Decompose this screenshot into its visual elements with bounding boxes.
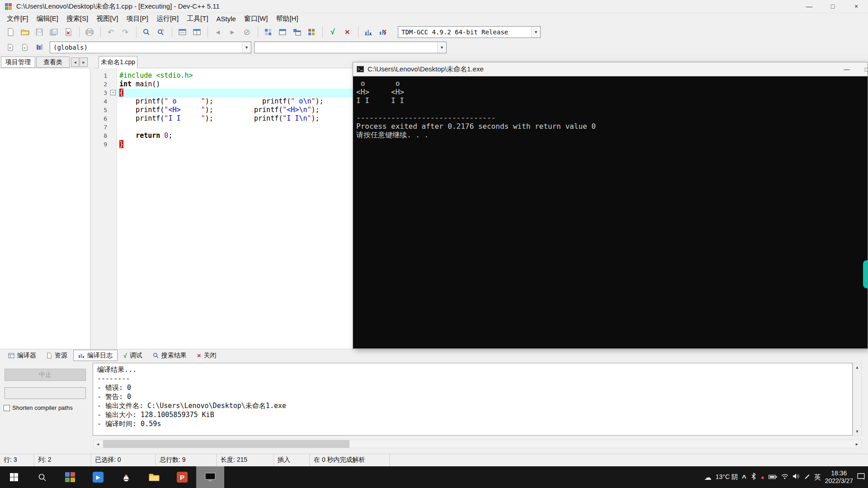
scrollbar-thumb[interactable] xyxy=(103,440,349,448)
taskbar-powerpoint-button[interactable]: P xyxy=(168,466,196,488)
console-title-bar[interactable]: C:\Users\Lenovo\Desktop\未命名1.exe — □ xyxy=(353,62,868,76)
abort-button[interactable]: 中止 xyxy=(5,369,86,381)
battery-icon[interactable] xyxy=(769,473,777,481)
undo-button[interactable]: ↶ xyxy=(104,26,118,38)
title-bar[interactable]: C:\Users\Lenovo\Desktop\未命名1.cpp - [Exec… xyxy=(0,0,868,13)
pen-icon[interactable] xyxy=(804,473,810,481)
print-button[interactable] xyxy=(83,26,96,38)
weather-cloud-icon[interactable]: ☁ xyxy=(704,473,712,482)
menu-item[interactable]: 帮助[H] xyxy=(272,14,302,24)
line-number[interactable]: 8 xyxy=(93,131,109,140)
find-button[interactable] xyxy=(140,26,153,38)
rebuild-all-button[interactable] xyxy=(305,26,318,38)
goto-back-button[interactable]: ◄ xyxy=(211,26,225,38)
start-button[interactable] xyxy=(0,466,28,488)
log-horizontal-scrollbar[interactable]: ◄ ► xyxy=(93,440,862,448)
close-file-button[interactable] xyxy=(61,26,75,38)
tab-project-manager[interactable]: 项目管理 xyxy=(1,56,35,68)
line-number[interactable]: 7 xyxy=(93,123,109,131)
menu-item[interactable]: 运行[R] xyxy=(152,14,183,24)
console-window[interactable]: C:\Users\Lenovo\Desktop\未命名1.exe — □ o o… xyxy=(353,62,868,349)
tray-expand-icon[interactable]: ^ xyxy=(742,474,746,483)
line-number[interactable]: 4 xyxy=(93,97,109,106)
line-number[interactable]: 9 xyxy=(93,140,109,149)
taskbar-console-button[interactable] xyxy=(196,466,224,488)
shorten-paths-checkbox[interactable] xyxy=(4,405,10,411)
taskbar-qq-button[interactable] xyxy=(112,466,140,488)
profile-button[interactable] xyxy=(362,26,375,38)
line-number[interactable]: 5 xyxy=(93,106,109,114)
compiler-select[interactable]: TDM-GCC 4.9.2 64-bit Release ▼ xyxy=(398,26,541,38)
syntax-check-button[interactable]: √ xyxy=(326,26,340,38)
weather-text[interactable]: 13°C 阴 xyxy=(716,473,738,481)
scroll-left-icon[interactable]: ◄ xyxy=(94,440,102,448)
recording-indicator-icon[interactable]: ● xyxy=(761,474,764,481)
line-number[interactable]: 3 xyxy=(93,89,109,97)
delete-profile-button[interactable] xyxy=(376,26,390,38)
scroll-up-icon[interactable]: ▲ xyxy=(853,363,861,371)
tab-class-view[interactable]: 查看类 xyxy=(36,56,70,68)
compile-run-button[interactable] xyxy=(290,26,304,38)
taskbar-explorer-button[interactable] xyxy=(140,466,168,488)
network-icon[interactable] xyxy=(781,473,788,481)
console-output[interactable]: o o<H> <H>I I I I-----------------------… xyxy=(353,76,868,348)
tab-debug[interactable]: √ 调试 xyxy=(119,350,147,361)
members-select[interactable]: ▼ xyxy=(254,42,447,53)
compile-log-output[interactable]: 编译结果...--------- 错误: 0- 警告: 0- 输出文件名: C:… xyxy=(93,363,853,436)
screen-edge-widget[interactable] xyxy=(863,260,868,288)
run-button[interactable] xyxy=(276,26,289,38)
bluetooth-icon[interactable] xyxy=(750,473,757,482)
tab-compiler[interactable]: 编译器 xyxy=(4,350,41,361)
open-file-button[interactable] xyxy=(18,26,32,38)
project-options-button[interactable] xyxy=(175,26,189,38)
maximize-button[interactable]: □ xyxy=(821,0,844,13)
fold-toggle-icon[interactable]: − xyxy=(110,90,116,95)
document-tab[interactable]: 未命名1.cpp xyxy=(99,56,137,68)
line-number[interactable]: 2 xyxy=(93,80,109,89)
replace-button[interactable] xyxy=(154,26,168,38)
globals-select[interactable]: (globals) ▼ xyxy=(50,42,251,53)
tab-scroll-right-button[interactable]: ▸ xyxy=(80,57,88,67)
abort-compile-button[interactable]: × xyxy=(340,26,354,38)
taskbar-app2-button[interactable]: ▶ xyxy=(84,466,112,488)
menu-item[interactable]: 编辑[E] xyxy=(33,14,62,24)
compile-button[interactable] xyxy=(261,26,275,38)
menu-item[interactable]: AStyle xyxy=(212,14,240,23)
class-browser-button[interactable] xyxy=(33,41,46,54)
menu-item[interactable]: 窗口[W] xyxy=(240,14,272,24)
minimize-button[interactable]: — xyxy=(797,0,821,13)
speaker-icon[interactable] xyxy=(793,473,800,481)
menu-item[interactable]: 工具[T] xyxy=(183,14,212,24)
menu-item[interactable]: 视图[V] xyxy=(92,14,122,24)
line-number[interactable]: 1 xyxy=(93,71,109,80)
redo-button[interactable]: ↷ xyxy=(118,26,132,38)
menu-item[interactable]: 搜索[S] xyxy=(62,14,92,24)
log-vertical-scrollbar[interactable]: ▲ ▼ xyxy=(853,363,862,436)
tab-search-results[interactable]: 搜索结果 xyxy=(148,350,191,361)
line-number[interactable]: 6 xyxy=(93,114,109,123)
scroll-down-icon[interactable]: ▼ xyxy=(853,427,861,435)
tab-resources[interactable]: 资源 xyxy=(42,350,72,361)
stop-button[interactable]: ⊘ xyxy=(240,26,254,38)
tab-compile-log[interactable]: 编译日志 xyxy=(73,350,118,361)
input-language-indicator[interactable]: 英 xyxy=(814,473,821,482)
project-panel[interactable] xyxy=(0,68,90,349)
close-button[interactable]: × xyxy=(844,0,868,13)
taskbar-devcpp-button[interactable] xyxy=(56,466,84,488)
goto-definition-button[interactable] xyxy=(18,41,32,54)
notification-center-icon[interactable] xyxy=(857,473,865,482)
taskbar-clock[interactable]: 18:36 2022/3/27 xyxy=(825,469,853,485)
menu-item[interactable]: 文件[F] xyxy=(3,14,33,24)
new-file-button[interactable] xyxy=(4,26,17,38)
console-minimize-button[interactable]: — xyxy=(837,62,857,76)
window-layout-button[interactable] xyxy=(190,26,203,38)
tab-scroll-left-button[interactable]: ◂ xyxy=(71,57,79,67)
goto-declaration-button[interactable] xyxy=(4,41,17,54)
scroll-right-icon[interactable]: ► xyxy=(853,440,861,448)
goto-forward-button[interactable]: ► xyxy=(226,26,239,38)
tab-close-panel[interactable]: × 关闭 xyxy=(193,350,221,361)
save-all-button[interactable] xyxy=(47,26,61,38)
save-button[interactable] xyxy=(33,26,46,38)
taskbar-search-button[interactable] xyxy=(28,466,56,488)
console-maximize-button[interactable]: □ xyxy=(857,62,868,76)
